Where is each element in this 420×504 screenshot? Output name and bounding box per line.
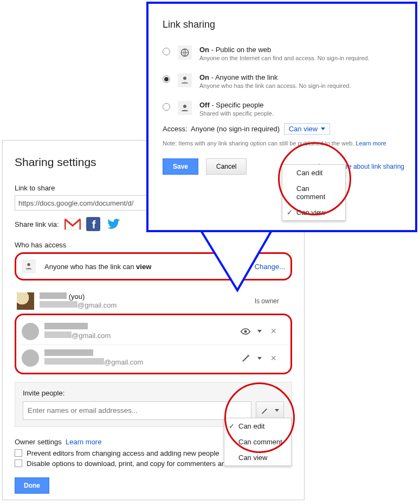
owner-permission-label: Is owner — [255, 297, 279, 305]
learn-more-link[interactable]: Learn more — [66, 438, 101, 446]
option-desc: Shared with specific people. — [199, 110, 274, 117]
radio-icon[interactable] — [163, 103, 170, 111]
save-button[interactable]: Save — [163, 158, 198, 175]
learn-more-link[interactable]: Learn more — [356, 140, 386, 146]
link-person-icon — [22, 259, 36, 273]
caret-down-icon — [321, 127, 325, 130]
shared-user-row: @gmail.com × — [20, 344, 287, 372]
invite-permission-menu: Can edit Can comment Can view — [224, 418, 292, 466]
invite-people-label: Invite people: — [23, 389, 284, 397]
link-sharing-option-anyone-with-link[interactable]: On - Anyone with the link Anyone who has… — [163, 73, 404, 89]
option-desc: Anyone who has the link can access. No s… — [199, 82, 351, 89]
option-desc: Anyone on the Internet can find and acce… — [199, 55, 370, 61]
access-permission-dropdown[interactable]: Can view — [284, 123, 330, 135]
link-sharing-note: Note: Items with any link sharing option… — [163, 140, 404, 146]
remove-user-button[interactable]: × — [262, 353, 285, 364]
menu-item-can-view[interactable]: Can view — [224, 450, 291, 465]
access-permission-menu: Can edit Can comment Can view — [282, 164, 346, 221]
pencil-icon — [241, 353, 251, 363]
person-icon — [178, 101, 192, 115]
caret-down-icon — [257, 357, 262, 360]
checkbox-icon[interactable] — [15, 460, 22, 467]
option-title: On - Public on the web — [199, 46, 370, 54]
pencil-icon — [261, 406, 269, 415]
svg-rect-2 — [183, 82, 188, 84]
invite-input[interactable] — [23, 401, 251, 420]
remove-user-button[interactable]: × — [262, 326, 285, 337]
who-has-access-label: Who has access — [15, 241, 292, 249]
shared-user-row: @gmail.com × — [20, 318, 287, 345]
link-sharing-title: Link sharing — [163, 19, 404, 30]
eye-icon — [240, 328, 251, 335]
svg-point-10 — [244, 330, 247, 333]
avatar-icon — [22, 349, 39, 367]
link-sharing-popup: Link sharing On - Public on the web Anyo… — [146, 2, 417, 232]
svg-point-1 — [183, 76, 186, 80]
menu-item-can-view[interactable]: Can view — [282, 205, 345, 220]
checkbox-label: Prevent editors from changing access and… — [27, 449, 219, 457]
globe-icon — [178, 46, 192, 60]
done-button[interactable]: Done — [15, 477, 49, 494]
owner-row: (you) @gmail.com Is owner — [15, 288, 292, 315]
access-line: Access: Anyone (no sign-in required) Can… — [163, 123, 404, 135]
svg-text:f: f — [92, 219, 95, 231]
menu-item-can-edit[interactable]: Can edit — [282, 165, 345, 181]
radio-icon[interactable] — [163, 48, 170, 55]
caret-down-icon — [275, 409, 279, 412]
menu-item-can-comment[interactable]: Can comment — [282, 181, 345, 205]
menu-item-can-comment[interactable]: Can comment — [224, 434, 291, 450]
change-access-link[interactable]: Change... — [255, 263, 285, 271]
gmail-icon[interactable] — [64, 218, 81, 230]
menu-item-can-edit[interactable]: Can edit — [224, 418, 291, 434]
invite-permission-dropdown[interactable] — [256, 401, 284, 420]
twitter-icon[interactable] — [106, 217, 122, 231]
permission-dropdown[interactable] — [240, 328, 262, 335]
access-summary-box: Anyone who has the link can view Change.… — [15, 252, 292, 280]
avatar-icon — [17, 292, 34, 310]
access-summary-text: Anyone who has the link can view — [44, 263, 151, 271]
facebook-icon[interactable]: f — [86, 217, 100, 231]
checkbox-label: Disable options to download, print, and … — [27, 460, 255, 468]
svg-point-9 — [27, 263, 30, 266]
link-sharing-option-specific-people[interactable]: Off - Specific people Shared with specif… — [163, 101, 404, 117]
shared-users-box: @gmail.com × @gmail.com × — [15, 314, 292, 374]
checkbox-icon[interactable] — [15, 449, 22, 457]
svg-point-3 — [183, 105, 186, 108]
share-link-via-label: Share link via: — [15, 220, 59, 228]
cancel-button[interactable]: Cancel — [206, 158, 247, 175]
radio-icon[interactable] — [163, 75, 170, 83]
option-title: Off - Specific people — [199, 101, 274, 109]
permission-dropdown[interactable] — [241, 353, 262, 363]
caret-down-icon — [257, 330, 262, 333]
option-title: On - Anyone with the link — [199, 73, 351, 81]
link-person-icon — [178, 73, 192, 87]
avatar-icon — [22, 323, 39, 340]
link-sharing-option-public[interactable]: On - Public on the web Anyone on the Int… — [163, 46, 404, 61]
